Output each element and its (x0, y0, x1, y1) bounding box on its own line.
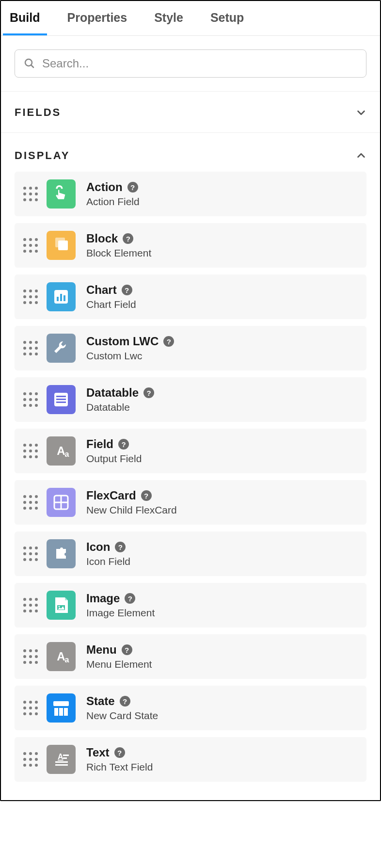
list-item[interactable]: Action?Action Field (15, 172, 366, 216)
item-subtitle: Rich Text Field (86, 761, 153, 773)
aa-icon (47, 642, 76, 671)
help-icon[interactable]: ? (125, 593, 135, 604)
drag-handle-icon[interactable] (23, 238, 36, 253)
drag-handle-icon[interactable] (23, 547, 36, 561)
item-title: Menu (86, 643, 117, 657)
copy-icon (47, 231, 76, 260)
list-item[interactable]: FlexCard?New Child FlexCard (15, 480, 366, 525)
tab-style[interactable]: Style (147, 1, 190, 35)
item-title: Custom LWC (86, 335, 159, 348)
chart-icon (47, 282, 76, 311)
item-text: State?New Card State (86, 694, 158, 722)
puzzle-icon (47, 539, 76, 568)
item-title: Block (86, 232, 118, 245)
tabs: Build Properties Style Setup (1, 1, 380, 36)
section-title-fields: FIELDS (15, 106, 61, 119)
table-icon (47, 385, 76, 414)
list-item[interactable]: Custom LWC?Custom Lwc (15, 326, 366, 370)
grid-icon (47, 488, 76, 517)
svg-line-1 (31, 65, 33, 67)
search-box[interactable] (15, 49, 366, 78)
drag-handle-icon[interactable] (23, 341, 36, 355)
display-items-list: Action?Action FieldBlock?Block ElementCh… (1, 167, 380, 800)
item-text: Chart?Chart Field (86, 283, 136, 310)
item-text: FlexCard?New Child FlexCard (86, 489, 177, 516)
help-icon[interactable]: ? (122, 285, 132, 295)
image-icon (47, 591, 76, 620)
section-header-display[interactable]: DISPLAY (1, 133, 380, 167)
item-title: Image (86, 592, 120, 605)
section-header-fields[interactable]: FIELDS (1, 92, 380, 133)
help-icon[interactable]: ? (163, 336, 174, 347)
list-item[interactable]: Image?Image Element (15, 583, 366, 627)
item-title: Field (86, 437, 113, 451)
list-item[interactable]: Icon?Icon Field (15, 531, 366, 576)
help-icon[interactable]: ? (123, 233, 133, 244)
search-icon (24, 58, 35, 69)
list-item[interactable]: Datatable?Datatable (15, 377, 366, 422)
tab-properties[interactable]: Properties (61, 1, 134, 35)
search-input[interactable] (42, 57, 357, 70)
item-text: Datatable?Datatable (86, 386, 154, 413)
item-subtitle: Icon Field (86, 556, 130, 567)
list-item[interactable]: Menu?Menu Element (15, 634, 366, 679)
list-item[interactable]: Block?Block Element (15, 223, 366, 268)
item-subtitle: Chart Field (86, 299, 136, 310)
item-subtitle: Output Field (86, 453, 142, 465)
help-icon[interactable]: ? (127, 182, 138, 193)
item-text: Action?Action Field (86, 180, 140, 208)
help-icon[interactable]: ? (115, 542, 126, 552)
touch-icon (47, 179, 76, 209)
chevron-up-icon (356, 150, 366, 161)
help-icon[interactable]: ? (141, 490, 152, 501)
drag-handle-icon[interactable] (23, 598, 36, 612)
item-title: Text (86, 746, 110, 759)
help-icon[interactable]: ? (120, 696, 130, 707)
item-subtitle: New Child FlexCard (86, 504, 177, 516)
list-item[interactable]: Chart?Chart Field (15, 274, 366, 319)
item-subtitle: New Card State (86, 710, 158, 722)
item-title: Icon (86, 540, 110, 554)
drag-handle-icon[interactable] (23, 444, 36, 458)
item-title: Chart (86, 283, 117, 297)
item-text: Custom LWC?Custom Lwc (86, 335, 174, 362)
item-title: FlexCard (86, 489, 136, 502)
item-text: Field?Output Field (86, 437, 142, 465)
drag-handle-icon[interactable] (23, 495, 36, 510)
help-icon[interactable]: ? (114, 747, 125, 758)
item-title: Action (86, 180, 123, 194)
chevron-down-icon (356, 107, 366, 118)
help-icon[interactable]: ? (143, 387, 154, 398)
section-title-display: DISPLAY (15, 149, 70, 162)
search-container (1, 36, 380, 92)
drag-handle-icon[interactable] (23, 752, 36, 767)
list-item[interactable]: Text?Rich Text Field (15, 737, 366, 782)
item-text: Block?Block Element (86, 232, 151, 259)
item-subtitle: Image Element (86, 607, 155, 619)
columns-icon (47, 693, 76, 723)
tab-setup[interactable]: Setup (204, 1, 251, 35)
item-title: Datatable (86, 386, 139, 400)
item-subtitle: Custom Lwc (86, 350, 174, 362)
item-subtitle: Action Field (86, 196, 140, 208)
wrench-icon (47, 334, 76, 363)
help-icon[interactable]: ? (118, 439, 129, 450)
drag-handle-icon[interactable] (23, 187, 36, 201)
list-item[interactable]: State?New Card State (15, 686, 366, 730)
item-text: Text?Rich Text Field (86, 746, 153, 773)
aa-icon (47, 436, 76, 466)
item-subtitle: Menu Element (86, 659, 152, 670)
textlines-icon (47, 745, 76, 774)
drag-handle-icon[interactable] (23, 289, 36, 304)
item-text: Icon?Icon Field (86, 540, 130, 567)
drag-handle-icon[interactable] (23, 392, 36, 407)
drag-handle-icon[interactable] (23, 649, 36, 664)
item-title: State (86, 694, 115, 708)
item-subtitle: Datatable (86, 402, 154, 413)
help-icon[interactable]: ? (122, 644, 132, 655)
item-text: Menu?Menu Element (86, 643, 152, 670)
drag-handle-icon[interactable] (23, 701, 36, 715)
item-subtitle: Block Element (86, 247, 151, 259)
tab-build[interactable]: Build (3, 1, 47, 35)
list-item[interactable]: Field?Output Field (15, 429, 366, 473)
